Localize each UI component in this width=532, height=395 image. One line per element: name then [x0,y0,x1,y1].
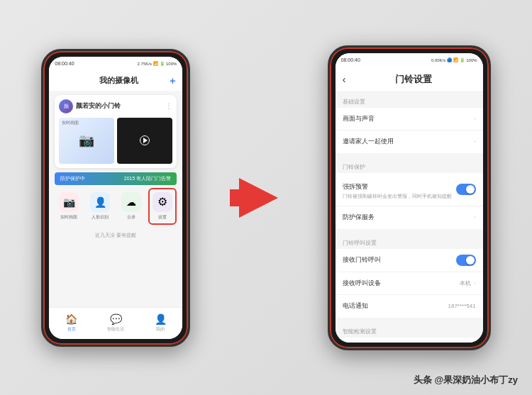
invite-arrow: › [474,138,476,145]
invite-label: 邀请家人一起使用 [343,137,471,146]
camera-card: 颜 颜若安的小门铃 ⋮ 实时画面 📷 [55,95,177,168]
av-label: 画面与声音 [343,114,471,123]
camera-preview: 实时画面 📷 [59,118,172,164]
page-title-left: 我的摄像机 [67,75,170,86]
protection-count: 2015 有人陌门门告警 [124,175,172,182]
live-label: 实时画面 [62,120,79,126]
settings-item-phone-notify[interactable]: 电话通知 187****541 [336,295,483,318]
protection-service-arrow: › [474,214,476,221]
direction-arrow [239,178,278,218]
phone-left: 08:00:40 2.75K/s 📶 🔋 100% 我的摄像机 + 颜 [41,49,190,347]
tab-human-label: 人形识别 [92,214,109,221]
receive-call-toggle[interactable] [456,255,476,266]
screen-content-right: 08:00:40 0.00K/s 🔵 📶 🔋 100% ‹ 门铃设置 [336,53,483,343]
phone-right: 08:00:40 0.00K/s 🔵 📶 🔋 100% ‹ 门铃设置 [328,45,491,350]
phone-notify-label: 电话通知 [343,301,448,311]
smart-icon: 💬 [110,313,122,325]
bt-icon: 🔵 [447,57,452,62]
header-right: ‹ 门铃设置 [336,67,483,92]
nav-profile-label: 我的 [156,326,165,333]
camera-card-header: 颜 颜若安的小门铃 ⋮ [59,99,172,113]
nav-home-label: 首页 [67,326,76,333]
receive-device-label: 接收呼叫设备 [343,279,460,288]
nav-home[interactable]: 🏠 首页 [49,313,94,333]
arrow-container [231,178,287,218]
battery-right: 🔋 [460,57,465,62]
settings-item-motion[interactable]: 人体移动侦测 智能监测所方区，以发现有人员的移动检提醒 [336,338,483,343]
settings-group-detect: 人体移动侦测 智能监测所方区，以发现有人员的移动检提醒 监测范围 调整监测范围，… [336,338,483,343]
play-button[interactable] [140,135,150,145]
add-camera-button[interactable]: + [170,75,175,87]
recent-label: 近几天没 要有提醒 [49,228,182,240]
tab-live[interactable]: 📷 实时画面 [55,188,83,225]
header-left: 我的摄像机 + [49,71,182,91]
phone-right-screen: 08:00:40 0.00K/s 🔵 📶 🔋 100% ‹ 门铃设置 [336,53,483,343]
preview-live[interactable]: 实时画面 📷 [59,118,114,164]
speed-right: 0.00K/s [431,58,445,62]
icon-tabs: 📷 实时画面 👤 人形识别 ☁ 云录 ⚙ 设置 [55,188,177,225]
receive-device-value: 本机 [460,279,471,287]
protection-service-label: 防护保服务 [343,213,471,222]
tamper-label: 强拆预警 [343,183,368,190]
tab-cloud[interactable]: ☁ 云录 [117,188,145,225]
settings-item-tamper[interactable]: 强拆预警 门铃被强制破坏时会发出警报，同时手机被知提醒 [336,173,483,206]
time-right: 08:00:40 [341,57,360,62]
camera-name: 颜若安的小门铃 [76,101,162,111]
tamper-toggle[interactable] [456,184,476,195]
receive-device-arrow: › [474,280,476,286]
settings-item-av[interactable]: 画面与声音 › [336,108,483,130]
profile-icon: 👤 [155,313,167,325]
phone-notify-value: 187****541 [448,303,475,309]
section-header-basic: 基础设置 [336,92,483,108]
bottom-nav-left: 🏠 首页 💬 智能生活 👤 我的 [49,307,182,339]
settings-group-call: 接收门铃呼叫 接收呼叫设备 本机 › 电话通知 187****541 [336,249,483,318]
phone-left-screen: 08:00:40 2.75K/s 📶 🔋 100% 我的摄像机 + 颜 [49,57,182,339]
tab-cloud-label: 云录 [127,214,135,221]
preview-record[interactable] [117,118,172,164]
status-bar-left: 08:00:40 2.75K/s 📶 🔋 100% [49,57,182,71]
battery-left: 🔋 [160,61,165,66]
tab-settings[interactable]: ⚙ 设置 [148,188,177,225]
settings-icon: ⚙ [153,192,172,212]
receive-call-label: 接收门铃呼叫 [343,255,456,265]
back-button[interactable]: ‹ [343,74,346,85]
settings-group-basic: 画面与声音 › 邀请家人一起使用 › [336,108,483,153]
av-arrow: › [474,116,476,122]
tab-human[interactable]: 👤 人形识别 [86,188,114,225]
settings-item-receive-device[interactable]: 接收呼叫设备 本机 › [336,272,483,295]
human-icon: 👤 [90,192,110,212]
settings-list: 基础设置 画面与声音 › 邀请家人一起使用 › 门铃保护 [336,92,483,343]
tab-settings-label: 设置 [158,214,167,221]
time-left: 08:00:40 [55,61,74,66]
play-icon [143,138,148,143]
wifi-icon: 📶 [453,57,458,62]
status-icons-left: 2.75K/s 📶 🔋 100% [138,61,177,66]
speed-left: 2.75K/s [138,62,152,66]
live-icon: 📷 [59,192,79,212]
nav-smart-label: 智能生活 [107,326,124,333]
nav-smart[interactable]: 💬 智能生活 [94,313,138,333]
section-header-detect: 智能检测设置 [336,322,483,338]
settings-item-receive-call[interactable]: 接收门铃呼叫 [336,249,483,272]
status-icons-right: 0.00K/s 🔵 📶 🔋 100% [431,57,477,62]
cloud-icon: ☁ [121,192,141,212]
status-bar-right: 08:00:40 0.00K/s 🔵 📶 🔋 100% [336,53,483,67]
signal-left: 📶 [153,61,158,66]
section-header-protect: 门铃保护 [336,157,483,173]
home-icon: 🏠 [65,313,77,325]
settings-item-invite[interactable]: 邀请家人一起使用 › [336,130,483,153]
page-background: 08:00:40 2.75K/s 📶 🔋 100% 我的摄像机 + 颜 [0,0,532,395]
protection-status: 防护保护中 [60,175,85,182]
camera-icon: 📷 [79,133,94,148]
watermark: 头条 @果深奶油小布丁zy [414,374,518,386]
nav-profile[interactable]: 👤 我的 [138,313,183,333]
page-title-right: 门铃设置 [351,73,475,86]
protection-bar: 防护保护中 2015 有人陌门门告警 [55,172,177,185]
settings-item-protection-service[interactable]: 防护保服务 › [336,206,483,229]
tamper-sublabel: 门铃被强制破坏时会发出警报，同时手机被知提醒 [343,193,456,200]
avatar: 颜 [59,99,73,113]
settings-group-protect: 强拆预警 门铃被强制破坏时会发出警报，同时手机被知提醒 防护保服务 › [336,173,483,229]
menu-dots[interactable]: ⋮ [165,102,172,110]
section-header-call: 门铃呼叫设置 [336,233,483,249]
tab-live-label: 实时画面 [60,214,77,221]
